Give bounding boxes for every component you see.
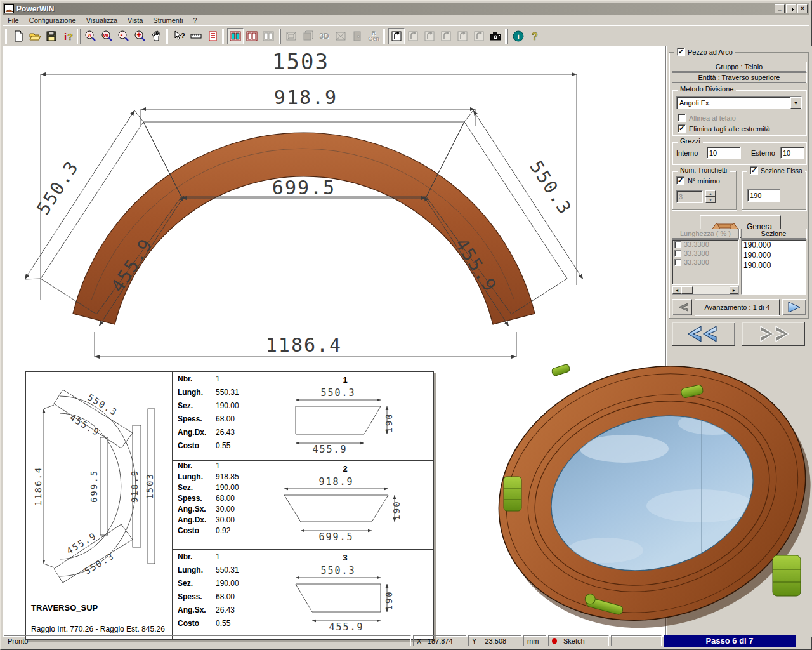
zoom-all-button[interactable]: A	[82, 28, 99, 44]
three-d-label: 3D	[319, 32, 329, 40]
info-button[interactable]: i	[510, 28, 527, 44]
toolbar-grabber[interactable]	[222, 29, 225, 44]
clip-top-left-icon	[551, 364, 570, 376]
context-help-button[interactable]: ?	[171, 28, 188, 44]
status-message: Pronto	[4, 635, 411, 646]
detail-dim-918: 918.9	[129, 470, 140, 503]
avanzamento-next-button[interactable]	[782, 299, 806, 315]
open-file-icon	[29, 30, 41, 43]
detail-dim-550-top: 550.3	[86, 392, 119, 418]
help-info-button[interactable]: i?	[60, 28, 76, 44]
tronchetti-count-input	[676, 190, 703, 203]
save-button[interactable]	[43, 28, 60, 44]
new-file-button[interactable]	[10, 28, 27, 44]
toolbar-grabber[interactable]	[5, 29, 8, 44]
menu-configurazione[interactable]: Configurazione	[24, 15, 81, 25]
restore-icon	[789, 6, 794, 11]
sezione-list-item[interactable]: 190.000	[742, 240, 806, 250]
avanzamento-prev-button[interactable]	[672, 299, 692, 315]
sezione-fissa-checkbox[interactable]	[750, 166, 758, 175]
detail-dim-699: 699.5	[89, 470, 99, 503]
lunghezza-column-header[interactable]: Lunghezza ( % )	[672, 229, 739, 239]
row-checkbox[interactable]	[674, 250, 681, 257]
metodo-divisione-legend: Metodo Divisione	[678, 85, 736, 93]
zoom-window-button[interactable]: W	[99, 28, 115, 44]
row-checkbox[interactable]	[674, 259, 681, 266]
toolbar-grabber[interactable]	[505, 29, 508, 44]
lunghezza-list-item[interactable]: 33.3300	[672, 258, 738, 267]
elimina-checkbox[interactable]	[678, 124, 686, 133]
elimina-checkbox-row[interactable]: Elimina tagli alle estremità	[678, 124, 770, 133]
metodo-divisione-select[interactable]: Angoli Ex. ▼	[676, 96, 802, 109]
tronchetti-spinner[interactable]: ▲ ▼	[705, 190, 716, 203]
x-box-gray-icon	[334, 30, 347, 43]
sezione-list-item[interactable]: 190.000	[742, 260, 806, 270]
close-view-disabled-button	[332, 28, 349, 44]
n-minimo-row[interactable]: N° minimo	[676, 176, 720, 185]
step-back-button[interactable]	[672, 322, 735, 346]
context-help-icon: ?	[173, 30, 186, 43]
nav-window-button[interactable]	[388, 28, 405, 44]
title-bar[interactable]: PowerWIN _ ×	[3, 3, 809, 15]
n-minimo-checkbox[interactable]	[676, 176, 684, 185]
menu-visualizza[interactable]: Visualizza	[81, 15, 122, 25]
spinner-up-icon[interactable]: ▲	[705, 190, 716, 197]
view-3d-disabled-button: 3D	[316, 28, 332, 44]
scroll-left-icon[interactable]: ◄	[672, 286, 681, 294]
menu-strumenti[interactable]: Strumenti	[148, 15, 188, 25]
toolbar-grabber[interactable]	[166, 29, 169, 44]
lunghezza-hscrollbar[interactable]: ◄ ►	[672, 286, 739, 295]
svg-text:A: A	[88, 32, 92, 38]
arrow-right-blue-icon	[787, 302, 802, 313]
dim-inner-top: 699.5	[272, 176, 336, 199]
sezione-list[interactable]: 190.000 190.000 190.000	[741, 239, 806, 295]
row-checkbox[interactable]	[674, 241, 681, 248]
view-frame-outline-button[interactable]	[244, 28, 260, 44]
sezione-fissa-input[interactable]	[747, 189, 780, 202]
allinea-checkbox-row: Allinea al telaio	[678, 114, 736, 122]
view-frame-button[interactable]	[227, 28, 244, 44]
open-file-button[interactable]	[27, 28, 43, 44]
toolbar-grabber[interactable]	[383, 29, 386, 44]
zoom-in-icon: +	[134, 30, 147, 43]
minimize-button[interactable]: _	[775, 4, 785, 13]
sezione-fissa-legend: Sezione Fissa	[747, 166, 805, 175]
help-button[interactable]: ?	[527, 28, 543, 44]
lunghezza-list[interactable]: 33.3300 33.3300 33.3300	[672, 239, 739, 285]
camera-icon	[489, 30, 502, 43]
menu-file[interactable]: File	[3, 15, 24, 25]
zoom-in-button[interactable]: +	[132, 28, 148, 44]
esterno-input[interactable]	[780, 147, 804, 159]
metodo-divisione-group: Metodo Divisione Angoli Ex. ▼ Allinea al…	[672, 90, 806, 135]
restore-button[interactable]	[786, 4, 796, 13]
lunghezza-list-item[interactable]: 33.3300	[672, 249, 738, 258]
toolbar-grabber[interactable]	[77, 29, 81, 44]
menu-help[interactable]: ?	[188, 15, 202, 25]
lunghezza-list-item[interactable]: 33.3300	[672, 240, 738, 249]
interno-input[interactable]	[707, 147, 741, 159]
sezione-list-item[interactable]: 190.000	[742, 250, 806, 260]
sezione-column-header[interactable]: Sezione	[741, 229, 806, 239]
ruler-icon	[190, 30, 202, 43]
zoom-out-button[interactable]: -	[115, 28, 132, 44]
scroll-right-icon[interactable]: ►	[730, 286, 738, 294]
zoom-extents-disabled-button	[283, 28, 299, 44]
toolbar-grabber[interactable]	[278, 29, 281, 44]
menu-vista[interactable]: Vista	[122, 15, 148, 25]
nav-window-6-button	[471, 28, 487, 44]
close-button[interactable]: ×	[797, 4, 808, 13]
snapshot-button[interactable]	[487, 28, 504, 44]
view-frame-disabled-button	[260, 28, 277, 44]
pan-button[interactable]	[148, 28, 165, 44]
svg-text:190: 190	[391, 500, 402, 520]
chevron-down-icon[interactable]: ▼	[790, 97, 801, 109]
window-panes-gray-icon	[262, 30, 275, 43]
properties-button[interactable]	[204, 28, 221, 44]
nav-window-2-button	[405, 28, 421, 44]
pezzo-ad-arco-checkbox[interactable]	[677, 48, 685, 56]
scroll-thumb[interactable]	[681, 286, 693, 294]
measure-button[interactable]	[188, 28, 204, 44]
spinner-down-icon[interactable]: ▼	[705, 197, 716, 203]
dim-total-width: 1503	[272, 49, 329, 74]
svg-text:-: -	[121, 30, 123, 39]
